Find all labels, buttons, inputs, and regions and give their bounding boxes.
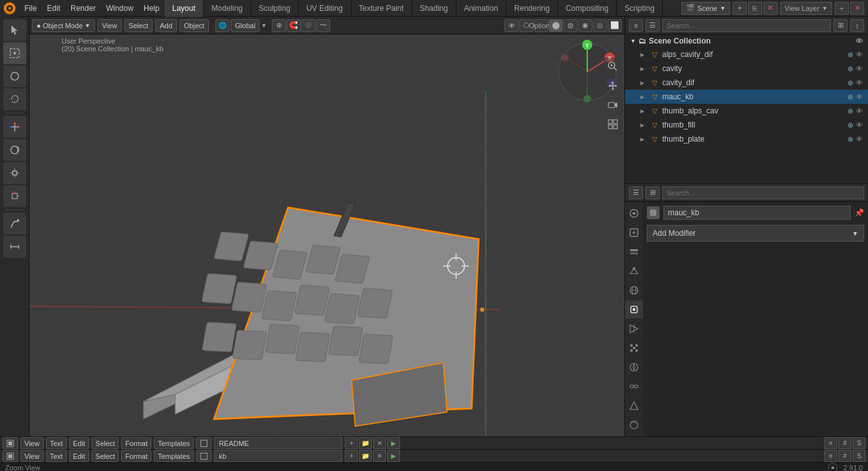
sb2-text-btn[interactable]: Text: [46, 450, 67, 462]
transform-space-label[interactable]: Global: [231, 19, 260, 32]
sb2-display-btn[interactable]: [196, 450, 212, 462]
menu-edit[interactable]: Edit: [42, 0, 65, 17]
sb1-view-btn[interactable]: View: [21, 437, 44, 449]
sb1-templates-btn[interactable]: Templates: [154, 437, 194, 449]
item-eye-2[interactable]: 👁: [856, 65, 863, 72]
outliner-item-cavity-dif[interactable]: ▶ ▽ cavity_dif ⊗ 👁: [625, 76, 868, 90]
sb1-mode-btn[interactable]: [3, 437, 18, 449]
tab-rendering[interactable]: Rendering: [506, 0, 558, 17]
shading-wireframe-btn[interactable]: ⬜: [608, 19, 622, 32]
delete-view-layer-btn[interactable]: ✕: [850, 2, 864, 15]
viewport-mode-btn[interactable]: ● Object Mode ▼: [32, 19, 95, 32]
options-btn[interactable]: Options: [534, 19, 548, 32]
sb1-run-btn[interactable]: ▶: [387, 437, 400, 449]
scale-tool-btn[interactable]: [3, 162, 26, 184]
zoom-btn[interactable]: [604, 58, 622, 76]
sb1-new-btn[interactable]: +: [345, 437, 358, 449]
sb1-linenums-btn[interactable]: #: [839, 437, 851, 449]
outliner-item-mauc-kb[interactable]: ▶ ▽ mauc_kb ⊗ 👁: [625, 90, 868, 104]
add-modifier-btn[interactable]: Add Modifier ▼: [647, 225, 864, 242]
transform-tool-btn[interactable]: [3, 185, 26, 207]
select-circle-btn[interactable]: [3, 65, 26, 87]
tab-sculpting[interactable]: Sculpting: [251, 0, 299, 17]
measure-btn[interactable]: [3, 236, 26, 258]
props-mode-btn[interactable]: ☰: [629, 186, 643, 199]
viewport-overlay-btn[interactable]: 👁: [505, 19, 519, 32]
new-view-layer-btn[interactable]: +: [835, 2, 849, 15]
camera-view-btn[interactable]: [604, 96, 622, 114]
outliner-sort-btn[interactable]: ↕: [850, 19, 864, 32]
item-eye-3[interactable]: 👁: [856, 79, 863, 87]
props-tab-object[interactable]: [625, 301, 643, 318]
sb2-format-btn[interactable]: Format: [121, 450, 151, 462]
select-box-btn[interactable]: [3, 42, 26, 64]
sb2-close-btn[interactable]: ✕: [373, 450, 386, 462]
tab-animation[interactable]: Animation: [456, 0, 506, 17]
layout-btn[interactable]: [604, 115, 622, 133]
item-eye-5[interactable]: 👁: [856, 107, 863, 115]
sb2-run-btn[interactable]: ▶: [387, 450, 400, 462]
item-eye-4[interactable]: 👁: [856, 93, 863, 101]
sb2-open-btn[interactable]: 📁: [359, 450, 372, 462]
props-tab-material[interactable]: [625, 416, 643, 434]
sb2-wrap-btn[interactable]: ≡: [824, 450, 837, 462]
pan-btn[interactable]: [604, 77, 622, 95]
view-layer-selector[interactable]: View Layer ▼: [780, 2, 832, 15]
props-tab-scene[interactable]: [625, 262, 643, 280]
sb1-close-btn[interactable]: ✕: [373, 437, 386, 449]
shading-material-btn[interactable]: ◍: [563, 19, 578, 32]
rotate-tool-btn[interactable]: [3, 139, 26, 161]
sb2-mode-btn[interactable]: [3, 450, 18, 462]
move-tool-btn[interactable]: [3, 116, 26, 138]
object-name-input[interactable]: [664, 206, 851, 220]
outliner-search-input[interactable]: [662, 19, 831, 32]
props-tab-data[interactable]: [625, 397, 643, 415]
sb2-select-btn[interactable]: Select: [92, 450, 119, 462]
sb2-syntax-btn[interactable]: S: [853, 450, 865, 462]
tab-layout[interactable]: Layout: [165, 0, 204, 17]
props-tab-output[interactable]: [625, 224, 643, 242]
props-tab-world[interactable]: [625, 281, 643, 299]
sb1-syntax-btn[interactable]: S: [853, 437, 865, 449]
shading-eevee-btn[interactable]: ◎: [593, 19, 607, 32]
sb2-linenums-btn[interactable]: #: [839, 450, 851, 462]
pin-btn[interactable]: 📌: [855, 208, 864, 217]
proportional-falloff-btn[interactable]: 〜: [316, 19, 330, 32]
props-search-input[interactable]: [662, 186, 864, 199]
tab-uv-editing[interactable]: UV Editing: [299, 0, 351, 17]
shading-rendered-btn[interactable]: ◉: [578, 19, 592, 32]
sb1-file-input[interactable]: [214, 437, 342, 449]
item-eye-7[interactable]: 👁: [856, 135, 863, 143]
menu-file[interactable]: File: [19, 0, 42, 17]
props-display-btn[interactable]: ⊞: [646, 186, 660, 199]
tab-scripting[interactable]: Scripting: [617, 0, 663, 17]
tab-compositing[interactable]: Compositing: [558, 0, 617, 17]
delete-scene-btn[interactable]: ✕: [764, 2, 778, 15]
tab-modeling[interactable]: Modeling: [204, 0, 251, 17]
snapping-btn[interactable]: 🧲: [287, 19, 301, 32]
props-tab-modifier[interactable]: [625, 320, 643, 338]
item-eye-6[interactable]: 👁: [856, 121, 863, 129]
cursor-tool-btn[interactable]: [3, 19, 26, 41]
sb1-wrap-btn[interactable]: ≡: [824, 437, 837, 449]
sb1-edit-btn[interactable]: Edit: [69, 437, 89, 449]
menu-window[interactable]: Window: [101, 0, 138, 17]
outliner-item-alps-cavity-dif[interactable]: ▶ ▽ alps_cavity_dif ⊗ 👁: [625, 47, 868, 62]
outliner-filter-btn[interactable]: ⊞: [833, 19, 847, 32]
sb2-view-btn[interactable]: View: [21, 450, 44, 462]
sb2-new-btn[interactable]: +: [345, 450, 358, 462]
proportional-btn[interactable]: ⦾: [301, 19, 315, 32]
annotate-btn[interactable]: [3, 213, 26, 235]
sb1-display-btn[interactable]: [196, 437, 212, 449]
props-tab-particles[interactable]: [625, 339, 643, 357]
copy-scene-btn[interactable]: ⎘: [748, 2, 762, 15]
menu-help[interactable]: Help: [138, 0, 165, 17]
sb1-text-btn[interactable]: Text: [46, 437, 67, 449]
view-menu-btn[interactable]: View: [97, 19, 122, 32]
scene-selector[interactable]: 🎬 Scene ▼: [681, 2, 730, 15]
outliner-item-cavity[interactable]: ▶ ▽ cavity ⊗ 👁: [625, 62, 868, 76]
select-menu-btn[interactable]: Select: [124, 19, 153, 32]
collection-eye-icon[interactable]: 👁: [856, 37, 863, 45]
menu-render[interactable]: Render: [65, 0, 101, 17]
outliner-item-thumb-alps-cav[interactable]: ▶ ▽ thumb_alps_cav ⊗ 👁: [625, 104, 868, 118]
